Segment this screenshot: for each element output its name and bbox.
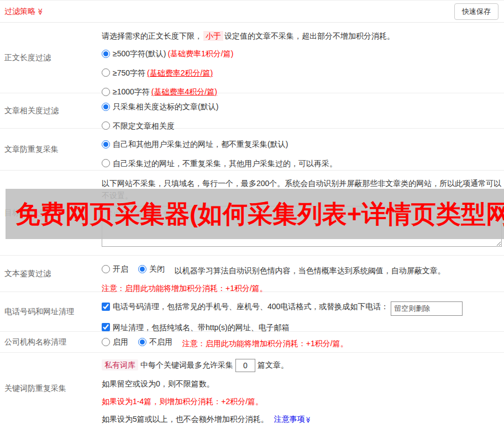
length-option-500[interactable]: ≥500字符(默认) (基础费率1积分/篇) [102,47,233,60]
notes-link[interactable]: 注意事项≫ [274,415,312,423]
quick-save-button[interactable]: 快速保存 [454,3,498,20]
row-phone-url-clean: 电话号码和网址清理 电话号码清理，包括常见的手机号、座机号、400电话格式，或替… [0,292,504,332]
company-clean-note: 注意：启用此功能将增加积分消耗：+1积分/篇。 [182,339,348,348]
porn-filter-off-option[interactable]: 关闭 [138,263,165,275]
length-option-750[interactable]: ≥750字符 (基础费率2积分/篇) [102,67,213,79]
relevance-filter-label: 文章相关度过滤 [0,93,99,128]
length-filter-intro: 请选择需求的正文长度下限，小于设定值的文章不采集，超出部分不增加积分消耗。 [102,30,502,42]
blocked-domains-textarea[interactable] [102,206,502,247]
row-target-site-filter: 目标网站过滤 以下网站不采集，只填域名，每行一个，最多200个。系统会自动识别并… [0,171,504,256]
length-option-750-radio[interactable] [102,68,110,77]
page-title: 过滤策略 ≫ [4,7,44,17]
target-site-filter-label: 目标网站过滤 [0,171,99,255]
length-filter-label: 正文长度过滤 [0,23,99,93]
length-option-750-note: (基础费率2积分/篇) [147,67,213,79]
row-dedup-filter: 文章防重复采集 自己和其他用户采集过的网址，都不重复采集(默认) 自己采集过的网… [0,129,504,171]
phone-clean-checkbox[interactable] [102,303,110,311]
company-clean-on-option[interactable]: 启用 [102,336,128,348]
keyword-dedup-line2: 如果留空或设为0，则不限篇数。 [102,378,502,390]
length-option-500-note: (基础费率1积分/篇) [167,47,233,60]
length-option-500-radio[interactable] [102,50,110,58]
porn-filter-on-option[interactable]: 开启 [102,263,128,275]
row-length-filter: 正文长度过滤 请选择需求的正文长度下限，小于设定值的文章不采集，超出部分不增加积… [0,23,504,93]
keyword-dedup-label: 关键词防重复采集 [0,353,99,424]
porn-filter-on-radio[interactable] [102,265,110,273]
filter-strategy-page: 过滤策略 ≫ 快速保存 正文长度过滤 请选择需求的正文长度下限，小于设定值的文章… [0,0,504,424]
company-clean-label: 公司机构名称清理 [0,332,99,352]
dedup-option-self-only[interactable]: 自己采集过的网址，不重复采集，其他用户采集过的，可以再采。 [102,157,337,169]
private-lexicon-badge: 私有词库 [102,359,138,370]
company-clean-off-radio[interactable] [138,338,146,346]
relevance-option-strict[interactable]: 只采集相关度达标的文章(默认) [102,100,218,113]
dedup-option-all-users[interactable]: 自己和其他用户采集过的网址，都不重复采集(默认) [102,138,288,150]
relevance-option-strict-radio[interactable] [102,103,110,111]
double-chevron-down-icon[interactable]: ≫ [37,8,44,15]
less-than-highlight: 小于 [203,31,223,41]
porn-filter-off-radio[interactable] [138,265,146,273]
url-clean-checkbox[interactable] [102,323,110,331]
dedup-option-self-only-radio[interactable] [102,159,110,167]
phone-clean-option[interactable]: 电话号码清理，包括常见的手机号、座机号、400电话格式，或替换成如下电话： [102,300,389,312]
porn-filter-desc: 以机器学习算法自动识别色情内容，当色情概率达到系统阈值，自动屏蔽文章。 [175,266,445,275]
keyword-dedup-line3: 如果设为1-4篇，则增加积分消耗：+2积分/篇。 [102,395,502,407]
porn-filter-label: 文本鉴黄过滤 [0,256,99,292]
company-clean-off-option[interactable]: 不启用 [138,336,172,348]
phone-url-clean-label: 电话号码和网址清理 [0,292,99,331]
page-title-text: 过滤策略 [4,7,35,17]
dedup-option-all-users-radio[interactable] [102,140,110,149]
row-keyword-dedup: 关键词防重复采集 私有词库中每个关键词最多允许采集篇文章。 如果留空或设为0，则… [0,353,504,424]
max-articles-input[interactable] [235,359,255,372]
target-site-filter-desc: 以下网站不采集，只填域名，每行一个，最多200个。系统会自动识别并屏蔽那些非文章… [102,177,502,202]
keyword-dedup-line4: 如果设为5篇或以上，也不会额外增加积分消耗。 [102,415,269,423]
row-porn-filter: 文本鉴黄过滤 开启 关闭 以机器学习算法自动识别色情内容，当色情概率达到系统阈值… [0,256,504,292]
notes-double-chevron-down-icon: ≫ [305,417,311,423]
header: 过滤策略 ≫ 快速保存 [0,1,504,23]
replacement-phone-input[interactable] [391,301,463,316]
company-clean-on-radio[interactable] [102,338,110,346]
dedup-filter-label: 文章防重复采集 [0,129,99,170]
row-company-clean: 公司机构名称清理 启用 不启用 注意：启用此功能将增加积分消耗：+1积分/篇。 [0,332,504,353]
row-relevance-filter: 文章相关度过滤 只采集相关度达标的文章(默认) 不限定文章相关度 [0,93,504,129]
length-filter-content: 请选择需求的正文长度下限，小于设定值的文章不采集，超出部分不增加积分消耗。 ≥5… [99,23,504,93]
